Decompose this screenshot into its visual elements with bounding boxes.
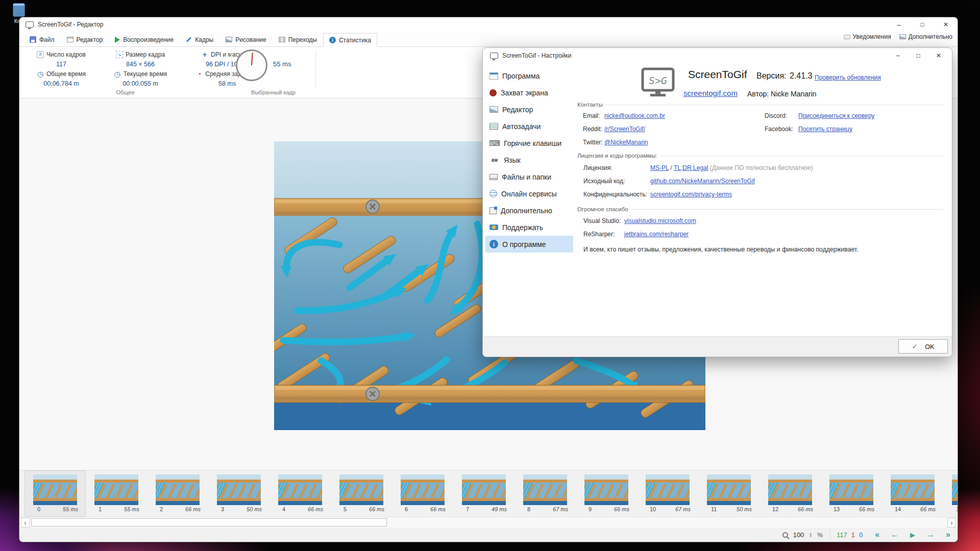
ok-button[interactable]: OK bbox=[898, 339, 948, 354]
scroll-left-icon[interactable] bbox=[21, 518, 30, 528]
frame-delay: 55 ms bbox=[124, 506, 139, 512]
sidebar-item-donate[interactable]: Поддержать bbox=[485, 219, 573, 236]
website-link[interactable]: screentogif.com bbox=[683, 89, 738, 97]
frame-cell[interactable]: 3 50 ms bbox=[208, 470, 270, 517]
stat-label: Число кадров bbox=[22, 49, 100, 59]
delay-gauge bbox=[236, 49, 267, 81]
zoom-stepper[interactable]: ▲▼ bbox=[809, 533, 812, 538]
timeline-scrollbar[interactable] bbox=[19, 517, 958, 528]
image-icon bbox=[489, 106, 498, 113]
link[interactable]: jetbrains.com/resharper bbox=[624, 231, 689, 238]
minimize-button[interactable] bbox=[888, 49, 908, 62]
sidebar-item-about[interactable]: О программе bbox=[485, 236, 573, 253]
frame-number: 12 bbox=[772, 506, 778, 512]
row-label: Email: bbox=[583, 112, 600, 119]
percent-label: % bbox=[817, 532, 823, 539]
previous-frame-button[interactable] bbox=[891, 531, 899, 539]
image-icon bbox=[226, 37, 232, 42]
frame-thumbnail bbox=[891, 474, 935, 505]
maximize-button[interactable] bbox=[908, 49, 928, 62]
tab-label: Файл bbox=[39, 36, 55, 43]
minimize-button[interactable] bbox=[887, 17, 911, 32]
link[interactable]: MS-PL bbox=[650, 164, 669, 171]
link[interactable]: /r/ScreenToGif/ bbox=[604, 126, 645, 133]
note-text: (Данное ПО полностью бесплатное) bbox=[708, 164, 813, 171]
close-button[interactable] bbox=[934, 17, 958, 32]
ok-label: OK bbox=[925, 343, 935, 350]
next-frame-button[interactable] bbox=[926, 531, 935, 539]
row-label: Исходный код: bbox=[583, 178, 625, 185]
record-icon bbox=[489, 89, 497, 96]
frame-cell[interactable]: 6 66 ms bbox=[392, 470, 453, 517]
author-label: Автор: Nicke Manarin bbox=[747, 90, 817, 98]
first-frame-button[interactable] bbox=[875, 531, 879, 539]
frame-cell[interactable]: 15 bbox=[943, 470, 958, 517]
frame-cell[interactable]: 2 66 ms bbox=[147, 470, 208, 517]
frame-cell[interactable]: 0 55 ms bbox=[24, 470, 86, 517]
check-updates-link[interactable]: Проверить обновления bbox=[815, 74, 881, 81]
row-value: @NickeManarin bbox=[604, 139, 648, 146]
sidebar-item-program[interactable]: Программа bbox=[485, 67, 573, 84]
link[interactable]: github.com/NickeManarin/ScreenToGif bbox=[650, 178, 755, 185]
scrollbar-thumb[interactable] bbox=[31, 518, 387, 527]
play-button[interactable] bbox=[910, 531, 915, 539]
tab-transitions[interactable]: Переходы bbox=[273, 33, 323, 46]
link[interactable]: Посетить страницу bbox=[798, 126, 852, 133]
link[interactable]: Присоединиться к серверу bbox=[798, 112, 874, 119]
frame-cell[interactable]: 5 66 ms bbox=[331, 470, 392, 517]
tab-drawing[interactable]: Рисование bbox=[219, 33, 272, 46]
sidebar-item-language[interactable]: Язык bbox=[485, 152, 573, 168]
frame-number: 11 bbox=[711, 506, 717, 512]
frame-cell[interactable]: 1 55 ms bbox=[86, 470, 147, 517]
frame-cell[interactable]: 13 66 ms bbox=[821, 470, 882, 517]
frame-cell[interactable]: 4 66 ms bbox=[270, 470, 331, 517]
zoom-value[interactable]: 100 bbox=[793, 531, 804, 539]
stat-value: 58 ms bbox=[218, 80, 236, 87]
frame-thumbnail bbox=[707, 474, 751, 505]
frame-cell[interactable]: 8 67 ms bbox=[514, 470, 576, 517]
frame-cell[interactable]: 11 50 ms bbox=[698, 470, 760, 517]
link[interactable]: visualstudio.microsoft.com bbox=[624, 217, 696, 224]
frame-number: 2 bbox=[160, 506, 163, 512]
sidebar-item-shortcuts[interactable]: Горячие клавиши bbox=[485, 135, 573, 152]
tab-file[interactable]: Файл bbox=[23, 33, 61, 46]
sidebar-item-automated-tasks[interactable]: Автозадачи bbox=[485, 118, 573, 135]
window-icon bbox=[67, 37, 74, 42]
frame-cell[interactable]: 9 66 ms bbox=[576, 470, 637, 517]
sidebar-item-screen-capture[interactable]: Захват экрана bbox=[485, 84, 573, 101]
more-options-button[interactable]: Дополнительно bbox=[899, 33, 952, 40]
row-label: ReSharper: bbox=[583, 231, 615, 238]
frame-cell[interactable]: 12 66 ms bbox=[760, 470, 821, 517]
frame-cell[interactable]: 14 66 ms bbox=[882, 470, 943, 517]
sidebar-item-extras[interactable]: Дополнительно bbox=[485, 202, 573, 219]
editor-titlebar[interactable]: ScreenToGif - Редактор bbox=[19, 17, 958, 32]
scroll-right-icon[interactable] bbox=[947, 518, 956, 528]
play-icon bbox=[115, 37, 120, 43]
link[interactable]: TL;DR Legal bbox=[674, 164, 708, 171]
close-button[interactable] bbox=[928, 49, 949, 62]
tab-statistics[interactable]: Статистика bbox=[323, 33, 377, 47]
tab-editor[interactable]: Редактор bbox=[61, 33, 109, 46]
last-frame-button[interactable] bbox=[946, 531, 950, 539]
frame-number: 13 bbox=[834, 506, 840, 512]
tab-strip: Файл Редактор Воспроизведение Кадры Рисо… bbox=[19, 32, 958, 47]
zoom-icon bbox=[782, 532, 788, 538]
sidebar-item-online-services[interactable]: Онлайн сервисы bbox=[485, 185, 573, 202]
notifications-button[interactable]: Уведомления bbox=[844, 33, 891, 40]
tab-playback[interactable]: Воспроизведение bbox=[109, 33, 180, 46]
group-caption-general: Общее bbox=[19, 89, 231, 95]
frame-cell[interactable]: 7 49 ms bbox=[453, 470, 514, 517]
link[interactable]: nicke@outlook.com.br bbox=[604, 112, 665, 119]
link[interactable]: @NickeManarin bbox=[604, 139, 648, 146]
sidebar-item-files-folders[interactable]: Файлы и папки bbox=[485, 168, 573, 185]
frame-cell[interactable]: 10 67 ms bbox=[637, 470, 698, 517]
sidebar-item-label: Захват экрана bbox=[501, 89, 548, 97]
frame-thumbnail bbox=[339, 474, 383, 505]
sidebar-item-editor[interactable]: Редактор bbox=[485, 101, 573, 118]
maximize-button[interactable] bbox=[911, 17, 934, 32]
sidebar-item-label: Программа bbox=[502, 72, 540, 80]
frame-count-total: 117 bbox=[837, 531, 847, 539]
settings-titlebar[interactable]: ScreenToGif - Настройки bbox=[483, 48, 952, 63]
link[interactable]: screentogif.com/privacy-terms bbox=[650, 191, 732, 198]
tab-frames[interactable]: Кадры bbox=[180, 33, 219, 46]
